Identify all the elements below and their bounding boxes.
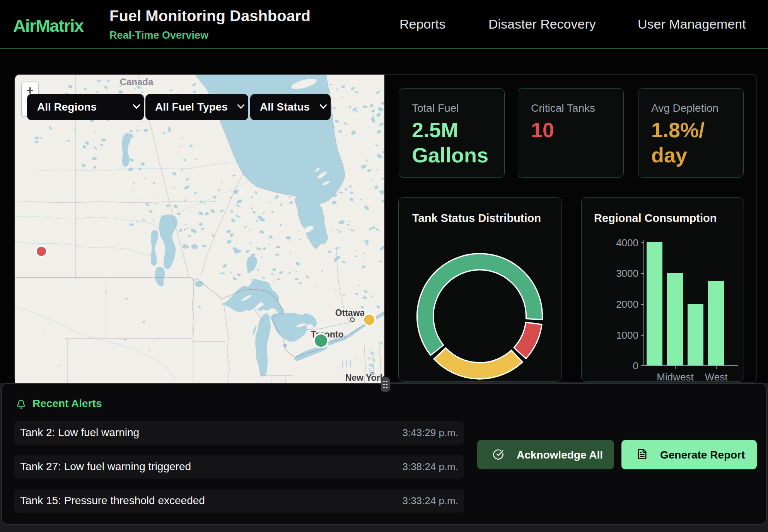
- svg-text:Midwest: Midwest: [657, 371, 694, 381]
- svg-text:0: 0: [633, 360, 638, 372]
- svg-text:1000: 1000: [616, 329, 638, 341]
- svg-text:3000: 3000: [616, 268, 638, 279]
- svg-text:West: West: [705, 371, 728, 381]
- svg-text:4000: 4000: [616, 237, 638, 249]
- svg-text:Ottawa: Ottawa: [335, 308, 365, 318]
- svg-text:New York: New York: [345, 373, 384, 383]
- svg-text:Canada: Canada: [120, 77, 154, 87]
- svg-text:2000: 2000: [616, 298, 638, 310]
